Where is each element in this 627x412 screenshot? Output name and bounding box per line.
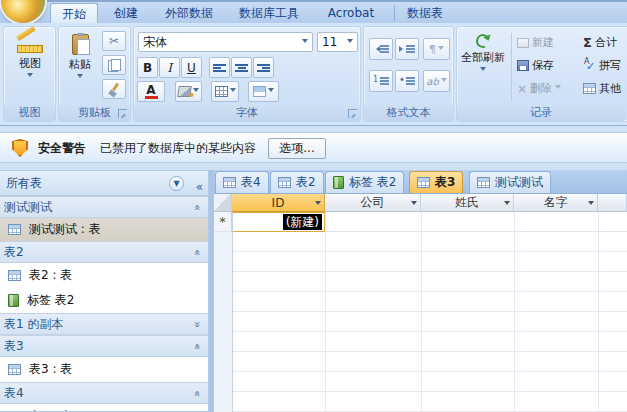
table-icon bbox=[477, 177, 490, 188]
refresh-all-button[interactable]: 全部刷新 bbox=[459, 29, 507, 105]
navigation-pane: 所有表 ▼ « 测试测试 « 测试测试 : 表 表2 « 表2 : 表 标签 表… bbox=[0, 170, 209, 412]
sidebar-item-table3[interactable]: 表3 : 表 bbox=[0, 357, 208, 382]
delete-button[interactable]: × 删除 bbox=[517, 81, 561, 96]
navigation-menu-arrow-icon[interactable]: ▼ bbox=[169, 176, 184, 191]
totals-button[interactable]: Σ 合计 bbox=[583, 35, 617, 50]
column-header-id[interactable]: ID bbox=[232, 194, 325, 212]
underline-button[interactable]: U bbox=[181, 57, 202, 78]
increase-indent-button[interactable] bbox=[395, 38, 419, 60]
sidebar-group-ceshiceshi[interactable]: 测试测试 « bbox=[0, 196, 208, 218]
ribbon-group-font: 宋体 11 B I U bbox=[133, 26, 361, 122]
datasheet[interactable]: ID 公司 姓氏 名字 * (新建) bbox=[214, 194, 627, 412]
sidebar-item-label-table2[interactable]: 标签 表2 bbox=[0, 288, 208, 313]
shutter-collapse-icon[interactable]: « bbox=[196, 175, 203, 199]
document-tab-table2[interactable]: 表2 bbox=[270, 171, 324, 193]
font-color-letter: A bbox=[146, 85, 155, 95]
ribbon-tab-create[interactable]: 创建 bbox=[104, 3, 148, 23]
column-dropdown-icon[interactable] bbox=[504, 201, 510, 208]
navigation-pane-header[interactable]: 所有表 ▼ « bbox=[0, 171, 208, 196]
ribbon-tab-acrobat[interactable]: Acrobat bbox=[322, 3, 380, 23]
ribbon-group-records: 全部刷新 新建 保存 × 删除 Σ 合计 拼 bbox=[456, 26, 627, 122]
document-tab-bar: 表4 表2 标签 表2 表3 测试测试 bbox=[214, 170, 627, 194]
ribbon-tab-home[interactable]: 开始 bbox=[50, 3, 98, 23]
chevron-up-icon[interactable]: « bbox=[192, 343, 203, 350]
highlight-ab-icon: ab bbox=[426, 76, 438, 87]
align-right-button[interactable] bbox=[253, 57, 274, 78]
sidebar-item-table2[interactable]: 表2 : 表 bbox=[0, 263, 208, 288]
fill-color-dropdown-icon bbox=[193, 88, 199, 95]
new-record-placeholder: (新建) bbox=[283, 214, 322, 230]
spelling-button[interactable]: 拼写 bbox=[583, 58, 621, 73]
new-record-row-selector[interactable]: * bbox=[214, 212, 232, 232]
sidebar-item-table4[interactable]: 表4 : 表 bbox=[0, 404, 208, 412]
font-size-combo[interactable]: 11 bbox=[317, 32, 358, 52]
column-dropdown-icon[interactable] bbox=[315, 201, 321, 208]
item-label: 测试测试 : 表 bbox=[29, 221, 101, 238]
document-tab-ceshiceshi[interactable]: 测试测试 bbox=[469, 171, 551, 193]
decrease-indent-button[interactable] bbox=[369, 38, 393, 60]
new-record-empty-cells[interactable] bbox=[325, 212, 627, 232]
item-label: 标签 表2 bbox=[27, 292, 74, 309]
column-header-firstname[interactable]: 名字 bbox=[514, 194, 598, 212]
font-name-dropdown-icon bbox=[302, 39, 308, 46]
text-direction-button[interactable]: ¶ bbox=[423, 38, 450, 60]
fill-color-button[interactable] bbox=[175, 81, 202, 102]
alternate-fill-icon bbox=[253, 86, 266, 97]
view-design-icon bbox=[17, 34, 43, 54]
clipboard-dialog-launcher-icon[interactable] bbox=[118, 109, 127, 118]
document-tab-table3[interactable]: 表3 bbox=[409, 171, 463, 193]
italic-button[interactable]: I bbox=[159, 57, 180, 78]
column-header-partial[interactable] bbox=[598, 194, 627, 212]
alternate-fill-button[interactable] bbox=[248, 81, 279, 102]
chevron-up-icon[interactable]: « bbox=[192, 249, 203, 256]
richtext-group-label: 格式文本 bbox=[364, 105, 453, 121]
select-all-corner[interactable] bbox=[214, 194, 232, 212]
align-center-button[interactable] bbox=[231, 57, 252, 78]
cut-button[interactable]: ✂ bbox=[102, 31, 126, 51]
sidebar-group-table4[interactable]: 表4 « bbox=[0, 382, 208, 404]
table-icon bbox=[278, 177, 291, 188]
sidebar-group-table3[interactable]: 表3 « bbox=[0, 335, 208, 357]
chevron-up-icon[interactable]: « bbox=[192, 390, 203, 397]
more-button[interactable]: 其他 bbox=[583, 81, 621, 96]
bold-button[interactable]: B bbox=[137, 57, 158, 78]
chevron-down-icon[interactable]: » bbox=[192, 321, 203, 328]
new-record-button[interactable]: 新建 bbox=[517, 35, 554, 50]
new-record-id-cell[interactable]: (新建) bbox=[232, 212, 325, 232]
office-button[interactable] bbox=[1, 0, 45, 23]
sigma-icon: Σ bbox=[583, 36, 592, 49]
font-dialog-launcher-icon[interactable] bbox=[348, 109, 357, 118]
ribbon-tab-database-tools[interactable]: 数据库工具 bbox=[228, 3, 310, 23]
ribbon-tab-datasheet[interactable]: 数据表 bbox=[400, 3, 450, 23]
copy-button[interactable] bbox=[102, 55, 126, 75]
sidebar-item-ceshiceshi-table[interactable]: 测试测试 : 表 bbox=[0, 218, 208, 241]
save-button[interactable]: 保存 bbox=[517, 58, 554, 73]
underline-label: U bbox=[187, 61, 196, 75]
chevron-up-icon[interactable]: « bbox=[192, 204, 203, 211]
bullet-list-button[interactable] bbox=[395, 70, 419, 92]
view-button[interactable]: 视图 bbox=[8, 29, 52, 105]
paste-button[interactable]: 粘贴 bbox=[62, 29, 98, 105]
italic-label: I bbox=[167, 61, 172, 75]
gridlines-button[interactable] bbox=[211, 81, 239, 102]
save-label: 保存 bbox=[532, 58, 554, 73]
font-name-combo[interactable]: 宋体 bbox=[138, 32, 313, 52]
sidebar-group-table2[interactable]: 表2 « bbox=[0, 241, 208, 263]
sidebar-group-table1-copy[interactable]: 表1 的副本 » bbox=[0, 313, 208, 335]
column-header-lastname[interactable]: 姓氏 bbox=[421, 194, 514, 212]
align-left-button[interactable] bbox=[209, 57, 230, 78]
new-record-icon bbox=[517, 38, 529, 48]
numbered-list-button[interactable] bbox=[369, 70, 393, 92]
column-dropdown-icon[interactable] bbox=[411, 201, 417, 208]
ribbon-group-clipboard: 粘贴 ✂ 剪贴板 bbox=[58, 26, 131, 122]
document-tab-label-table2[interactable]: 标签 表2 bbox=[325, 171, 404, 193]
font-color-button[interactable]: A bbox=[137, 81, 165, 102]
ribbon-tab-external-data[interactable]: 外部数据 bbox=[156, 3, 222, 23]
format-painter-button[interactable] bbox=[102, 79, 126, 99]
security-options-button[interactable]: 选项... bbox=[268, 138, 326, 159]
highlight-button[interactable]: ab bbox=[423, 70, 450, 92]
document-tab-table4[interactable]: 表4 bbox=[215, 171, 269, 193]
bold-label: B bbox=[143, 61, 152, 75]
column-dropdown-icon[interactable] bbox=[588, 201, 594, 208]
column-header-company[interactable]: 公司 bbox=[325, 194, 421, 212]
